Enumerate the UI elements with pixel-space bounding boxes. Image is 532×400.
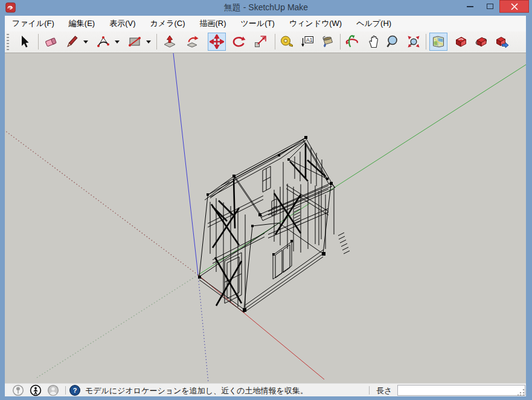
drawing-axes: [5, 53, 526, 383]
statusbar: ? モデルにジオロケーションを追加し、近くの土地情報を収集。 長さ: [5, 383, 526, 396]
svg-text:?: ?: [73, 387, 77, 394]
zoom-extents-icon: [406, 34, 421, 49]
close-icon: [511, 3, 518, 10]
measurement-input[interactable]: [397, 385, 525, 396]
push-pull-icon: [162, 34, 177, 49]
orbit-icon: [345, 34, 359, 49]
text-tool-button[interactable]: A1: [298, 33, 316, 51]
move-tool-button[interactable]: [208, 33, 226, 51]
toggle-terrain-button[interactable]: [452, 33, 470, 51]
menu-window[interactable]: ウィンドウ(W): [282, 16, 349, 31]
toolbar-separator: [38, 34, 39, 50]
tape-measure-icon: [280, 34, 294, 49]
arc-tool-button[interactable]: [94, 33, 112, 51]
maximize-button[interactable]: [481, 0, 499, 13]
photo-textures-button[interactable]: [472, 33, 490, 51]
pan-hand-icon: [367, 34, 381, 49]
zoom-extents-tool-button[interactable]: [405, 33, 423, 51]
paint-bucket-icon: [319, 34, 334, 49]
close-button[interactable]: [499, 0, 529, 13]
toolbar-separator: [340, 34, 341, 50]
map-location-icon: [431, 34, 446, 49]
status-message: モデルにジオロケーションを追加し、近くの土地情報を収集。: [85, 385, 308, 396]
zoom-tool-button[interactable]: [384, 33, 402, 51]
resize-grip[interactable]: [518, 389, 525, 396]
toolbar: A1: [5, 31, 526, 53]
eraser-tool-button[interactable]: [42, 33, 60, 51]
scale-tool-button[interactable]: [251, 33, 269, 51]
menu-camera[interactable]: カメラ(C): [143, 16, 193, 31]
arc-tool-dropdown[interactable]: [113, 33, 121, 51]
statusbar-separator: [65, 386, 66, 395]
toolbar-separator: [426, 34, 426, 50]
menu-view[interactable]: 表示(V): [102, 16, 143, 31]
sign-in-avatar-icon[interactable]: [47, 384, 59, 396]
credits-icon[interactable]: [30, 384, 42, 396]
add-location-button[interactable]: [429, 33, 447, 51]
blue-axis-solid: [173, 53, 198, 275]
menu-edit[interactable]: 編集(E): [62, 16, 102, 31]
rectangle-icon: [127, 34, 142, 49]
arc-icon: [96, 34, 111, 49]
line-tool-dropdown[interactable]: [82, 33, 89, 51]
photo-textures-cube-icon: [474, 34, 489, 49]
menu-file[interactable]: ファイル(F): [5, 16, 62, 31]
minimize-icon: [467, 6, 473, 7]
menu-help[interactable]: ヘルプ(H): [349, 16, 399, 31]
red-axis-dotted: [5, 131, 198, 275]
blue-axis-dotted: [198, 275, 208, 383]
select-arrow-icon: [17, 34, 31, 49]
follow-me-tool-button[interactable]: [184, 33, 202, 51]
rotate-tool-button[interactable]: [229, 33, 248, 51]
window-title: 無題 - SketchUp Make: [0, 2, 532, 13]
push-pull-tool-button[interactable]: [161, 33, 179, 51]
house-faces: [208, 138, 331, 307]
select-tool-button[interactable]: [15, 33, 33, 51]
scale-icon: [253, 34, 268, 49]
line-tool-button[interactable]: [63, 33, 81, 51]
chevron-down-icon: [83, 40, 88, 46]
viewport-canvas[interactable]: [5, 53, 526, 383]
green-axis-dotted: [35, 275, 198, 379]
statusbar-separator: [369, 386, 370, 395]
help-icon[interactable]: ?: [69, 384, 81, 396]
move-icon: [210, 34, 224, 49]
measurement-label: 長さ: [376, 385, 392, 396]
menubar: ファイル(F) 編集(E) 表示(V) カメラ(C) 描画(R) ツール(T) …: [5, 16, 526, 31]
toolbar-drag-handle[interactable]: [7, 34, 9, 51]
pencil-icon: [65, 34, 79, 49]
share-model-icon: [495, 34, 509, 49]
share-model-button[interactable]: [493, 33, 511, 51]
follow-me-icon: [185, 34, 200, 49]
maximize-icon: [487, 4, 493, 9]
tape-measure-tool-button[interactable]: [278, 33, 296, 51]
geolocation-icon[interactable]: [12, 384, 24, 396]
minimize-button[interactable]: [461, 0, 479, 13]
text-icon: A1: [300, 34, 315, 49]
rotate-icon: [231, 34, 246, 49]
toolbar-separator: [275, 34, 275, 50]
chevron-down-icon: [146, 40, 151, 46]
svg-text:A1: A1: [306, 37, 313, 43]
menu-tools[interactable]: ツール(T): [234, 16, 282, 31]
terrain-cube-icon: [453, 34, 468, 49]
chevron-down-icon: [115, 40, 120, 46]
toolbar-separator: [156, 34, 157, 50]
orbit-tool-button[interactable]: [343, 33, 361, 51]
house-model[interactable]: [198, 136, 350, 312]
menu-draw[interactable]: 描画(R): [192, 16, 233, 31]
sketchup-window: 無題 - SketchUp Make ファイル(F) 編集(E) 表示(V) カ…: [0, 0, 532, 400]
pan-tool-button[interactable]: [365, 33, 383, 51]
zoom-icon: [386, 34, 400, 49]
rectangle-tool-button[interactable]: [126, 33, 144, 51]
paint-bucket-tool-button[interactable]: [318, 33, 336, 51]
titlebar: 無題 - SketchUp Make: [0, 0, 532, 16]
rectangle-tool-dropdown[interactable]: [144, 33, 152, 51]
eraser-icon: [44, 34, 59, 49]
